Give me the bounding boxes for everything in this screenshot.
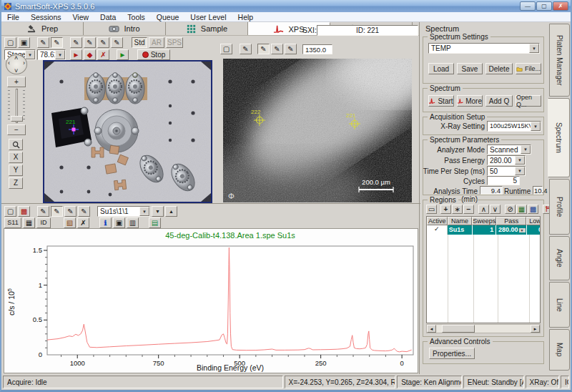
goto-marker-button[interactable]: ► xyxy=(70,49,82,60)
select-tool-button[interactable]: ▢ xyxy=(4,206,16,217)
vtab-platen-manager[interactable]: Platen Manager xyxy=(549,24,570,97)
scroll-right-button[interactable]: ► xyxy=(531,325,540,333)
add-region-button[interactable]: + xyxy=(440,205,451,214)
label-tool-button[interactable]: ✎ xyxy=(51,206,63,217)
sxi-image[interactable]: 222221 200.0 µm Φ xyxy=(223,59,412,202)
load-button[interactable]: Load xyxy=(428,63,454,74)
table-edit-button[interactable]: ▩ xyxy=(528,205,538,214)
jog-left-icon[interactable]: ‹ xyxy=(8,59,10,67)
y-scale-up-button[interactable]: ▲ xyxy=(165,206,177,217)
annotate-tool-1-button[interactable]: ✎ xyxy=(70,37,82,48)
start-button[interactable]: Start xyxy=(428,95,454,107)
legend-button[interactable]: ▤ xyxy=(149,217,161,228)
delete-button[interactable]: Delete xyxy=(485,63,513,74)
zoom-out-button[interactable]: − xyxy=(7,124,26,135)
remove-region-button[interactable]: − xyxy=(463,205,474,214)
sxi-area-button[interactable]: ✎ xyxy=(271,44,283,54)
zoom-slider[interactable] xyxy=(7,89,26,123)
vtab-spectrum[interactable]: Spectrum xyxy=(548,98,570,177)
cursor-tool-button[interactable]: ✎ xyxy=(37,206,49,217)
close-button[interactable]: ✗ xyxy=(553,1,568,11)
slider-thumb[interactable] xyxy=(11,116,23,122)
region-lower-cell[interactable]: 0.0 xyxy=(526,225,541,235)
zoom-in-button[interactable]: + xyxy=(7,77,26,87)
clear-regions-button[interactable]: ⊘ xyxy=(505,205,516,214)
chevron-down-icon[interactable]: ▼ xyxy=(519,228,526,232)
jog-up-icon[interactable]: ˄ xyxy=(14,54,18,62)
select-tool-button[interactable]: ▢ xyxy=(220,44,232,54)
select-tool-button[interactable]: ▢ xyxy=(4,37,16,48)
minimize-button[interactable]: — xyxy=(520,1,536,11)
scroll-left-button[interactable]: ◄ xyxy=(427,325,436,333)
trace-select[interactable]: Su1s\1\1 ▼ xyxy=(97,206,150,217)
annotate-tool-4-button[interactable]: ✎ xyxy=(111,37,123,48)
s11-button[interactable]: S11 xyxy=(4,217,21,228)
marker-tool-button[interactable]: ✎ xyxy=(51,37,63,48)
annotate-tool-2-button[interactable]: ✎ xyxy=(84,37,96,48)
area-tool-button[interactable]: ▣ xyxy=(18,37,30,48)
region-zoom-button[interactable]: ▭ xyxy=(426,205,437,214)
focus-button[interactable] xyxy=(9,139,23,150)
point-tool-button[interactable]: ✎ xyxy=(37,37,49,48)
id-button[interactable]: ID xyxy=(36,217,51,228)
maximize-button[interactable]: ▢ xyxy=(536,1,552,11)
vtab-line[interactable]: Line xyxy=(549,282,570,328)
pass-energy-select[interactable]: 280.00 ▼ xyxy=(487,155,526,165)
table-row[interactable]: ✓ Su1s 1 280.00▼ 0.0 1100.0 xyxy=(427,225,541,235)
menu-help[interactable]: Help xyxy=(232,12,260,22)
axis-y-button[interactable]: Y xyxy=(9,165,23,176)
add-multi-region-button[interactable]: ∗ xyxy=(452,205,463,214)
set-marker-button[interactable]: ◆ xyxy=(84,49,96,60)
annotate-tool-3-button[interactable]: ✎ xyxy=(97,37,109,48)
open-q-button[interactable]: Open Q... xyxy=(516,95,541,107)
move-down-button[interactable]: ∨ xyxy=(490,205,500,214)
axis-z-button[interactable]: Z xyxy=(9,177,23,189)
stop-button[interactable]: Stop xyxy=(137,49,170,60)
copy-button[interactable]: ▣ xyxy=(113,217,125,228)
zoom-region-button[interactable]: ▩ xyxy=(18,206,30,217)
region-tool-button[interactable]: ✎ xyxy=(78,206,90,217)
col-pass[interactable]: Pass xyxy=(496,217,526,225)
drive-stage-button[interactable]: ► xyxy=(117,49,129,60)
chart-card[interactable]: 45-deg-Calib-t4.138.Area 1.spe Su1s 1000… xyxy=(4,228,418,373)
settings-select[interactable]: TEMP ▼ xyxy=(428,43,540,54)
axis-x-button[interactable]: X xyxy=(9,152,23,163)
col-name[interactable]: Name xyxy=(448,217,472,225)
vtab-map[interactable]: Map xyxy=(549,329,570,371)
add-q-button[interactable]: Add Q xyxy=(485,95,513,107)
regions-h-scrollbar[interactable]: ◄ ► xyxy=(426,324,541,333)
delete-marker-button[interactable]: ✗ xyxy=(97,49,109,60)
peak-tool-button[interactable]: ✎ xyxy=(64,206,77,217)
col-active[interactable]: Active xyxy=(427,217,448,225)
scroll-thumb[interactable] xyxy=(442,325,475,333)
regions-table[interactable]: Active Name Sweeps Pass Lower Range ✓ Su… xyxy=(426,216,541,323)
col-lower[interactable]: Lower xyxy=(526,217,541,225)
mode-sps-button[interactable]: SPS xyxy=(166,37,183,48)
angle-select[interactable]: 78.61 ▼ xyxy=(37,49,66,60)
platen-camera-view[interactable]: 221 xyxy=(43,60,212,203)
analyzer-mode-select[interactable]: Scanned ▼ xyxy=(487,144,531,155)
vtab-profile[interactable]: Profile xyxy=(549,179,570,235)
file-button[interactable]: File... xyxy=(516,63,541,74)
vtab-angle[interactable]: Angle xyxy=(549,236,570,280)
sxi-marker-button[interactable]: ✎ xyxy=(257,44,270,54)
col-sweeps[interactable]: Sweeps xyxy=(472,217,496,225)
mode-std-button[interactable]: Std xyxy=(132,37,147,48)
move-up-button[interactable]: ∧ xyxy=(478,205,489,214)
sxi-point-button[interactable]: ✎ xyxy=(240,44,252,54)
info-button[interactable]: ℹ xyxy=(99,217,112,228)
save-button[interactable]: Save xyxy=(457,63,483,74)
tab-intro[interactable]: Intro xyxy=(84,22,166,35)
region-active-checkbox[interactable]: ✓ xyxy=(427,225,448,235)
jog-down-icon[interactable]: ˅ xyxy=(14,67,18,74)
y-scale-down-button[interactable]: ▼ xyxy=(152,206,164,217)
tab-prep[interactable]: Prep xyxy=(1,22,84,35)
mode-ar-button[interactable]: AR xyxy=(149,37,164,48)
table-view-button[interactable]: ▦ xyxy=(516,205,527,214)
jog-right-icon[interactable]: › xyxy=(23,59,25,67)
menu-file[interactable]: File xyxy=(1,12,25,22)
time-per-step-select[interactable]: 50 ▼ xyxy=(487,166,526,176)
xray-setting-select[interactable]: 100u25W15KV ▼ xyxy=(487,121,541,132)
sxi-line-button[interactable]: ✎ xyxy=(285,44,297,54)
region-pass-cell[interactable]: 280.00▼ xyxy=(495,225,526,235)
